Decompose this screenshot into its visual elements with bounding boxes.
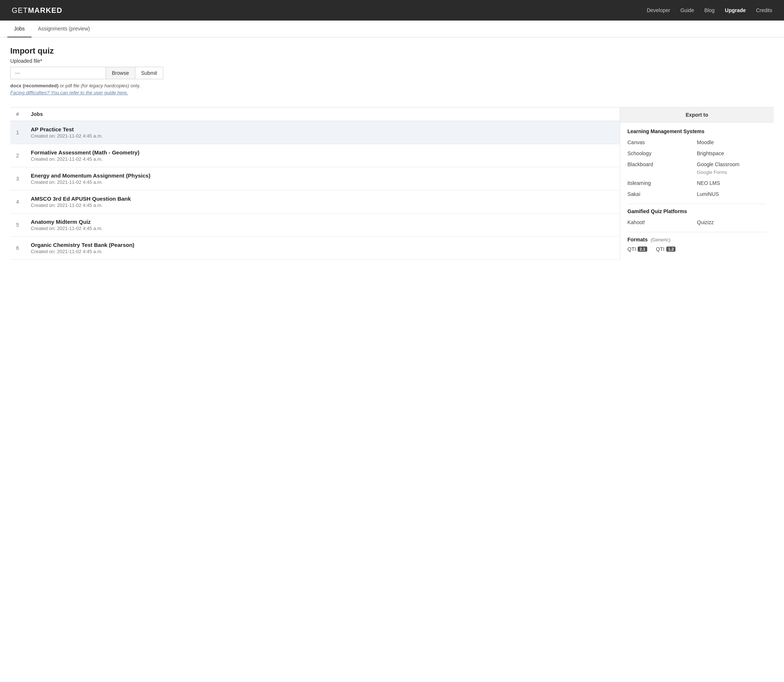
job-info: Formative Assessment (Math - Geometry) C… <box>31 149 614 162</box>
job-row[interactable]: 1 AP Practice Test Created on: 2021-11-0… <box>10 121 620 144</box>
hint-italic: (for legacy hardcopies) <box>81 83 129 88</box>
export-google-classroom[interactable]: Google Classroom <box>697 161 767 168</box>
job-row[interactable]: 6 Organic Chemistry Test Bank (Pearson) … <box>10 237 620 260</box>
export-section: Export to Learning Management Systems Ca… <box>620 107 774 260</box>
brand: GETMARKED <box>12 6 62 15</box>
job-num: 4 <box>16 199 31 205</box>
job-date: Created on: 2021-11-02 4:45 a.m. <box>31 179 614 185</box>
format-qti-12[interactable]: QTI 1.2 <box>656 246 676 252</box>
format-qti-12-label: QTI <box>656 246 665 252</box>
tab-assignments[interactable]: Assignments (preview) <box>32 21 97 37</box>
nav-credits[interactable]: Credits <box>756 7 772 13</box>
job-title: AMSCO 3rd Ed APUSH Question Bank <box>31 196 614 202</box>
job-row[interactable]: 3 Energy and Momentum Assignment (Physic… <box>10 167 620 190</box>
brand-get: GET <box>12 6 28 14</box>
file-input-row: Browse Submit <box>10 67 774 79</box>
export-sakai[interactable]: Sakai <box>627 190 697 198</box>
import-title: Import quiz <box>10 46 774 56</box>
job-date: Created on: 2021-11-02 4:45 a.m. <box>31 133 614 139</box>
job-date: Created on: 2021-11-02 4:45 a.m. <box>31 226 614 231</box>
hint-rest: or pdf file <box>58 83 81 88</box>
job-num: 5 <box>16 222 31 228</box>
job-title: Organic Chemistry Test Bank (Pearson) <box>31 242 614 248</box>
brand-marked: MARKED <box>28 6 62 14</box>
job-title: AP Practice Test <box>31 126 614 132</box>
job-row[interactable]: 5 Anatomy Midterm Quiz Created on: 2021-… <box>10 214 620 237</box>
export-quizizz[interactable]: Quizizz <box>697 219 767 226</box>
divider <box>627 204 767 204</box>
tab-jobs[interactable]: Jobs <box>7 21 32 37</box>
job-num: 6 <box>16 245 31 251</box>
job-date: Created on: 2021-11-02 4:45 a.m. <box>31 249 614 254</box>
nav-links: Developer Guide Blog Upgrade Credits <box>647 7 772 13</box>
job-info: Energy and Momentum Assignment (Physics)… <box>31 172 614 185</box>
file-text-input[interactable] <box>10 67 106 79</box>
export-kahoot[interactable]: Kahoot! <box>627 219 697 226</box>
job-info: Organic Chemistry Test Bank (Pearson) Cr… <box>31 242 614 254</box>
job-info: AP Practice Test Created on: 2021-11-02 … <box>31 126 614 139</box>
file-label: Uploaded file* <box>10 58 774 64</box>
export-brightspace[interactable]: Brightspace <box>697 150 767 157</box>
gamified-title: Gamified Quiz Platforms <box>627 209 767 214</box>
navbar: GETMARKED Developer Guide Blog Upgrade C… <box>0 0 784 21</box>
job-title: Anatomy Midterm Quiz <box>31 219 614 225</box>
job-num: 2 <box>16 153 31 158</box>
job-row[interactable]: 2 Formative Assessment (Math - Geometry)… <box>10 144 620 167</box>
col-jobs: Jobs <box>31 111 43 117</box>
hint-bold: docx (recommended) <box>10 83 58 88</box>
tabs-bar: Jobs Assignments (preview) <box>0 21 784 37</box>
export-blackboard[interactable]: Blackboard <box>627 161 697 176</box>
job-date: Created on: 2021-11-02 4:45 a.m. <box>31 202 614 208</box>
hint-end: only. <box>129 83 140 88</box>
format-qti-21-badge: 2.1 <box>638 247 647 252</box>
format-qti-21[interactable]: QTI 2.1 <box>627 246 647 252</box>
formats-subtitle: (Generic) <box>650 237 670 242</box>
export-schoology[interactable]: Schoology <box>627 150 697 157</box>
divider2 <box>627 232 767 232</box>
two-col-layout: # Jobs 1 AP Practice Test Created on: 20… <box>10 107 774 260</box>
nav-blog[interactable]: Blog <box>704 7 715 13</box>
submit-button[interactable]: Submit <box>135 67 164 79</box>
job-num: 1 <box>16 129 31 135</box>
format-qti-21-label: QTI <box>627 246 636 252</box>
job-info: Anatomy Midterm Quiz Created on: 2021-11… <box>31 219 614 231</box>
export-moodle[interactable]: Moodle <box>697 139 767 146</box>
formats-title: Formats (Generic) <box>627 237 767 242</box>
job-info: AMSCO 3rd Ed APUSH Question Bank Created… <box>31 196 614 208</box>
export-itslearning[interactable]: itslearning <box>627 179 697 187</box>
file-hint: docx (recommended) or pdf file (for lega… <box>10 83 774 88</box>
export-google-forms[interactable]: Google Forms <box>697 169 767 176</box>
formats-row: QTI 2.1 QTI 1.2 <box>627 246 767 252</box>
import-section: Import quiz Uploaded file* Browse Submit… <box>10 46 774 96</box>
user-guide-link[interactable]: Facing difficulties? You can refer to th… <box>10 90 774 96</box>
job-row[interactable]: 4 AMSCO 3rd Ed APUSH Question Bank Creat… <box>10 190 620 214</box>
col-num: # <box>16 111 31 117</box>
gamified-grid: Kahoot! Quizizz <box>627 219 767 226</box>
lms-grid: Canvas Moodle Schoology Brightspace Blac… <box>627 139 767 198</box>
jobs-table-header: # Jobs <box>10 107 620 121</box>
export-neo-lms[interactable]: NEO LMS <box>697 179 767 187</box>
nav-developer[interactable]: Developer <box>647 7 670 13</box>
browse-button[interactable]: Browse <box>106 67 135 79</box>
export-body: Learning Management Systems Canvas Moodl… <box>620 123 774 258</box>
job-title: Energy and Momentum Assignment (Physics) <box>31 172 614 178</box>
export-header: Export to <box>620 107 774 123</box>
job-num: 3 <box>16 176 31 182</box>
export-canvas[interactable]: Canvas <box>627 139 697 146</box>
export-luminus[interactable]: LumiNUS <box>697 190 767 198</box>
lms-title: Learning Management Systems <box>627 128 767 134</box>
job-title: Formative Assessment (Math - Geometry) <box>31 149 614 156</box>
main-content: Import quiz Uploaded file* Browse Submit… <box>0 37 784 269</box>
format-qti-12-badge: 1.2 <box>666 247 676 252</box>
jobs-section: # Jobs 1 AP Practice Test Created on: 20… <box>10 107 620 260</box>
nav-upgrade[interactable]: Upgrade <box>725 7 746 13</box>
nav-guide[interactable]: Guide <box>680 7 694 13</box>
job-date: Created on: 2021-11-02 4:45 a.m. <box>31 156 614 162</box>
